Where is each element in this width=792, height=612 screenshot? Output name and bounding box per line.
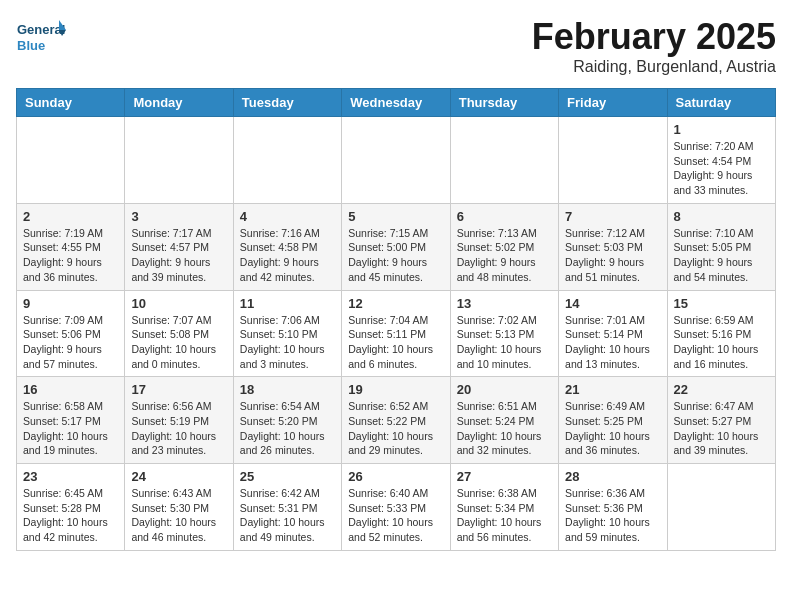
day-number: 13 [457,296,552,311]
day-number: 11 [240,296,335,311]
day-info: Sunrise: 6:56 AM Sunset: 5:19 PM Dayligh… [131,399,226,458]
day-info: Sunrise: 6:42 AM Sunset: 5:31 PM Dayligh… [240,486,335,545]
calendar-week-row: 2Sunrise: 7:19 AM Sunset: 4:55 PM Daylig… [17,203,776,290]
day-info: Sunrise: 6:49 AM Sunset: 5:25 PM Dayligh… [565,399,660,458]
day-info: Sunrise: 6:47 AM Sunset: 5:27 PM Dayligh… [674,399,769,458]
calendar-cell: 10Sunrise: 7:07 AM Sunset: 5:08 PM Dayli… [125,290,233,377]
day-number: 7 [565,209,660,224]
day-info: Sunrise: 6:38 AM Sunset: 5:34 PM Dayligh… [457,486,552,545]
day-number: 28 [565,469,660,484]
day-number: 27 [457,469,552,484]
day-number: 16 [23,382,118,397]
day-info: Sunrise: 7:01 AM Sunset: 5:14 PM Dayligh… [565,313,660,372]
day-number: 2 [23,209,118,224]
calendar-cell: 12Sunrise: 7:04 AM Sunset: 5:11 PM Dayli… [342,290,450,377]
calendar-cell: 17Sunrise: 6:56 AM Sunset: 5:19 PM Dayli… [125,377,233,464]
calendar-cell: 18Sunrise: 6:54 AM Sunset: 5:20 PM Dayli… [233,377,341,464]
calendar-cell [342,117,450,204]
calendar-cell: 4Sunrise: 7:16 AM Sunset: 4:58 PM Daylig… [233,203,341,290]
day-info: Sunrise: 7:15 AM Sunset: 5:00 PM Dayligh… [348,226,443,285]
calendar-cell: 26Sunrise: 6:40 AM Sunset: 5:33 PM Dayli… [342,464,450,551]
svg-text:General: General [17,22,65,37]
calendar-cell [450,117,558,204]
calendar-cell: 3Sunrise: 7:17 AM Sunset: 4:57 PM Daylig… [125,203,233,290]
day-number: 25 [240,469,335,484]
calendar-cell: 28Sunrise: 6:36 AM Sunset: 5:36 PM Dayli… [559,464,667,551]
day-number: 1 [674,122,769,137]
calendar-week-row: 23Sunrise: 6:45 AM Sunset: 5:28 PM Dayli… [17,464,776,551]
calendar-cell: 11Sunrise: 7:06 AM Sunset: 5:10 PM Dayli… [233,290,341,377]
day-number: 24 [131,469,226,484]
calendar-cell [17,117,125,204]
day-info: Sunrise: 7:16 AM Sunset: 4:58 PM Dayligh… [240,226,335,285]
calendar-cell: 15Sunrise: 6:59 AM Sunset: 5:16 PM Dayli… [667,290,775,377]
calendar-cell [233,117,341,204]
calendar-cell: 23Sunrise: 6:45 AM Sunset: 5:28 PM Dayli… [17,464,125,551]
day-info: Sunrise: 6:59 AM Sunset: 5:16 PM Dayligh… [674,313,769,372]
calendar-cell: 19Sunrise: 6:52 AM Sunset: 5:22 PM Dayli… [342,377,450,464]
calendar-week-row: 16Sunrise: 6:58 AM Sunset: 5:17 PM Dayli… [17,377,776,464]
month-title: February 2025 [532,16,776,58]
calendar-cell: 22Sunrise: 6:47 AM Sunset: 5:27 PM Dayli… [667,377,775,464]
calendar-cell: 1Sunrise: 7:20 AM Sunset: 4:54 PM Daylig… [667,117,775,204]
weekday-header: Friday [559,89,667,117]
day-number: 4 [240,209,335,224]
day-info: Sunrise: 7:09 AM Sunset: 5:06 PM Dayligh… [23,313,118,372]
calendar-cell: 20Sunrise: 6:51 AM Sunset: 5:24 PM Dayli… [450,377,558,464]
weekday-header: Saturday [667,89,775,117]
day-info: Sunrise: 7:12 AM Sunset: 5:03 PM Dayligh… [565,226,660,285]
calendar-cell: 5Sunrise: 7:15 AM Sunset: 5:00 PM Daylig… [342,203,450,290]
day-number: 19 [348,382,443,397]
day-info: Sunrise: 7:19 AM Sunset: 4:55 PM Dayligh… [23,226,118,285]
day-info: Sunrise: 6:36 AM Sunset: 5:36 PM Dayligh… [565,486,660,545]
day-info: Sunrise: 6:58 AM Sunset: 5:17 PM Dayligh… [23,399,118,458]
day-info: Sunrise: 7:17 AM Sunset: 4:57 PM Dayligh… [131,226,226,285]
calendar-cell: 2Sunrise: 7:19 AM Sunset: 4:55 PM Daylig… [17,203,125,290]
calendar-cell: 8Sunrise: 7:10 AM Sunset: 5:05 PM Daylig… [667,203,775,290]
day-number: 12 [348,296,443,311]
calendar-cell: 9Sunrise: 7:09 AM Sunset: 5:06 PM Daylig… [17,290,125,377]
weekday-header: Tuesday [233,89,341,117]
day-number: 18 [240,382,335,397]
calendar-cell: 27Sunrise: 6:38 AM Sunset: 5:34 PM Dayli… [450,464,558,551]
weekday-header: Thursday [450,89,558,117]
calendar-cell: 6Sunrise: 7:13 AM Sunset: 5:02 PM Daylig… [450,203,558,290]
calendar-header-row: SundayMondayTuesdayWednesdayThursdayFrid… [17,89,776,117]
day-number: 8 [674,209,769,224]
day-info: Sunrise: 6:40 AM Sunset: 5:33 PM Dayligh… [348,486,443,545]
weekday-header: Monday [125,89,233,117]
weekday-header: Sunday [17,89,125,117]
day-info: Sunrise: 6:45 AM Sunset: 5:28 PM Dayligh… [23,486,118,545]
day-info: Sunrise: 6:52 AM Sunset: 5:22 PM Dayligh… [348,399,443,458]
svg-text:Blue: Blue [17,38,45,53]
day-number: 10 [131,296,226,311]
calendar-cell [125,117,233,204]
day-number: 17 [131,382,226,397]
day-number: 14 [565,296,660,311]
day-info: Sunrise: 7:13 AM Sunset: 5:02 PM Dayligh… [457,226,552,285]
day-info: Sunrise: 7:06 AM Sunset: 5:10 PM Dayligh… [240,313,335,372]
day-info: Sunrise: 6:51 AM Sunset: 5:24 PM Dayligh… [457,399,552,458]
day-number: 9 [23,296,118,311]
day-info: Sunrise: 7:10 AM Sunset: 5:05 PM Dayligh… [674,226,769,285]
calendar-cell: 24Sunrise: 6:43 AM Sunset: 5:30 PM Dayli… [125,464,233,551]
day-info: Sunrise: 6:43 AM Sunset: 5:30 PM Dayligh… [131,486,226,545]
calendar-cell [559,117,667,204]
day-info: Sunrise: 7:02 AM Sunset: 5:13 PM Dayligh… [457,313,552,372]
day-info: Sunrise: 7:04 AM Sunset: 5:11 PM Dayligh… [348,313,443,372]
day-number: 23 [23,469,118,484]
day-number: 20 [457,382,552,397]
calendar-cell: 25Sunrise: 6:42 AM Sunset: 5:31 PM Dayli… [233,464,341,551]
calendar-week-row: 1Sunrise: 7:20 AM Sunset: 4:54 PM Daylig… [17,117,776,204]
calendar-cell: 14Sunrise: 7:01 AM Sunset: 5:14 PM Dayli… [559,290,667,377]
calendar-cell: 7Sunrise: 7:12 AM Sunset: 5:03 PM Daylig… [559,203,667,290]
calendar-table: SundayMondayTuesdayWednesdayThursdayFrid… [16,88,776,551]
calendar-week-row: 9Sunrise: 7:09 AM Sunset: 5:06 PM Daylig… [17,290,776,377]
day-info: Sunrise: 7:07 AM Sunset: 5:08 PM Dayligh… [131,313,226,372]
day-info: Sunrise: 6:54 AM Sunset: 5:20 PM Dayligh… [240,399,335,458]
day-number: 15 [674,296,769,311]
day-info: Sunrise: 7:20 AM Sunset: 4:54 PM Dayligh… [674,139,769,198]
calendar-cell: 13Sunrise: 7:02 AM Sunset: 5:13 PM Dayli… [450,290,558,377]
logo: General Blue [16,16,66,60]
page-header: General Blue February 2025 Raiding, Burg… [16,16,776,76]
